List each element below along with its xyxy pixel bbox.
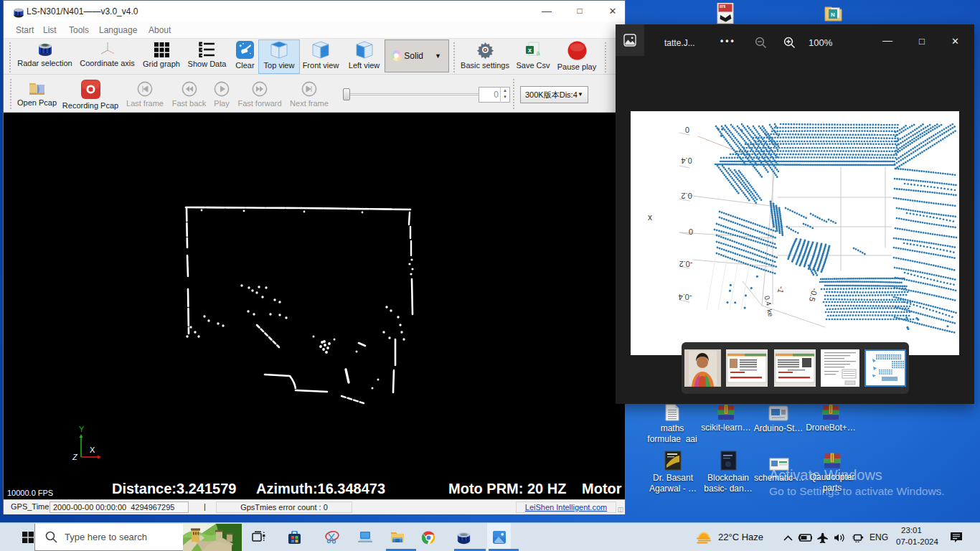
- svg-text:0.2: 0.2: [681, 192, 692, 200]
- svg-text:N: N: [831, 11, 835, 18]
- svg-text:X: X: [90, 446, 95, 454]
- svg-text:0.4: 0.4: [763, 295, 773, 307]
- svg-text:Z: Z: [72, 453, 78, 461]
- svg-text:CIE: CIE: [720, 6, 725, 9]
- svg-text:ke: ke: [765, 309, 775, 318]
- svg-text:0.4: 0.4: [681, 156, 692, 165]
- svg-text:-0.4: -0.4: [679, 293, 692, 301]
- svg-text:-0.2: -0.2: [679, 260, 693, 268]
- svg-text:-1: -1: [776, 286, 786, 295]
- svg-text:x: x: [527, 47, 531, 54]
- svg-text:Y: Y: [79, 425, 85, 433]
- svg-text:0: 0: [689, 227, 693, 236]
- svg-text:-0.5: -0.5: [808, 287, 820, 302]
- svg-text:a: a: [536, 50, 540, 57]
- svg-text:x: x: [648, 212, 652, 222]
- svg-text:0: 0: [685, 126, 689, 134]
